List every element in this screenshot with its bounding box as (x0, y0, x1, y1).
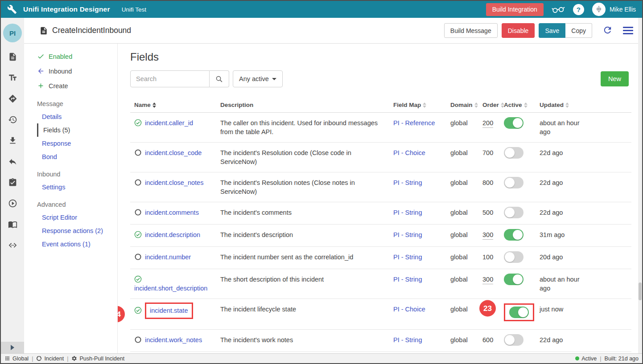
field-map-link[interactable]: PI - String (393, 209, 422, 216)
active-cell: 23 (504, 299, 540, 329)
preview-glasses-icon[interactable] (552, 4, 565, 14)
field-map-link[interactable]: PI - String (393, 254, 422, 261)
active-toggle[interactable] (504, 177, 523, 188)
active-filter-dropdown[interactable]: Any active (233, 70, 283, 87)
help-icon[interactable]: ? (573, 4, 584, 15)
field-name-link[interactable]: incident.comments (145, 209, 199, 216)
build-integration-button[interactable]: Build Integration (486, 3, 544, 16)
field-map-link[interactable]: PI - String (393, 336, 422, 344)
nav-item-settings[interactable]: Settings (37, 180, 117, 194)
field-map-link[interactable]: PI - Choice (393, 149, 425, 156)
order-value[interactable]: 300 (482, 231, 493, 240)
field-map-link[interactable]: PI - Reference (393, 119, 435, 127)
disable-button[interactable]: Disable (502, 23, 535, 38)
field-name-link[interactable]: incident.description (145, 231, 200, 238)
active-toggle[interactable] (504, 147, 523, 159)
text-fields-icon[interactable] (8, 73, 17, 82)
name-cell: incident.comments (130, 202, 220, 223)
check-icon (37, 53, 45, 60)
name-cell: incident.close_code (130, 143, 220, 163)
nav-item-response-actions-2-[interactable]: Response actions (2) (37, 224, 117, 237)
tasks-done-icon[interactable] (8, 178, 17, 187)
order-value[interactable]: 100 (482, 254, 493, 261)
reply-icon[interactable] (8, 157, 17, 166)
updated-cell: 22d ago (540, 172, 592, 193)
save-button[interactable]: Save (539, 23, 565, 38)
nav-item-fields-5-[interactable]: Fields (5) (37, 123, 117, 137)
column-header-active[interactable]: Active (504, 98, 540, 112)
order-value[interactable]: 200 (482, 119, 493, 128)
active-status-label: Active (581, 356, 597, 362)
code-icon[interactable] (8, 241, 17, 250)
order-value[interactable]: 500 (482, 209, 493, 216)
order-value[interactable]: 600 (482, 336, 493, 344)
column-header-updated[interactable]: Updated (540, 98, 592, 112)
new-field-button[interactable]: New (601, 71, 629, 86)
nav-status-enabled[interactable]: Enabled (24, 49, 117, 64)
expand-rail-button[interactable] (1, 342, 24, 353)
active-toggle[interactable] (504, 251, 523, 263)
refresh-icon[interactable] (602, 25, 613, 37)
history-icon[interactable] (8, 115, 17, 124)
nav-status-create[interactable]: Create (24, 78, 117, 93)
nav-item-bond[interactable]: Bond (37, 150, 117, 164)
vertical-scrollbar[interactable] (638, 18, 642, 353)
integration-item[interactable]: Push-Pull Incident (71, 356, 124, 362)
field-map-link[interactable]: PI - String (393, 276, 422, 283)
top-bar: Unifi Integration Designer Unifi Test Bu… (1, 1, 642, 18)
field-map-cell: PI - String (393, 202, 450, 223)
build-message-button[interactable]: Build Message (444, 23, 498, 38)
arrow-left-icon (37, 67, 45, 75)
nav-status-inbound[interactable]: Inbound (24, 64, 117, 78)
field-name-link[interactable]: incident.close_notes (145, 179, 203, 186)
table-row: incident.work_notesThe incident's work n… (130, 330, 631, 352)
active-cell (504, 113, 540, 135)
integration-avatar[interactable]: PI (3, 24, 22, 42)
column-header-domain[interactable]: Domain (450, 98, 482, 112)
field-name-link[interactable]: incident.caller_id (145, 119, 193, 127)
active-toggle[interactable] (504, 117, 523, 129)
search-input[interactable] (130, 70, 210, 87)
hamburger-menu-icon[interactable] (623, 25, 633, 36)
nav-item-details[interactable]: Details (37, 110, 117, 123)
field-name-link[interactable]: incident.number (145, 254, 191, 261)
active-toggle[interactable] (504, 274, 523, 285)
directions-icon[interactable] (8, 94, 17, 103)
copy-button[interactable]: Copy (565, 23, 592, 38)
field-map-link[interactable]: PI - String (393, 179, 422, 186)
search-button[interactable] (210, 70, 229, 87)
download-icon[interactable] (8, 136, 17, 145)
field-map-link[interactable]: PI - String (393, 231, 422, 238)
nav-item-script-editor[interactable]: Script Editor (37, 211, 117, 224)
field-inactive-circle-icon (134, 253, 142, 261)
order-value[interactable]: 800 (482, 179, 493, 186)
order-value[interactable]: 300 (482, 276, 493, 284)
active-cell (504, 247, 540, 269)
order-value[interactable]: 700 (482, 149, 493, 156)
active-toggle[interactable] (504, 229, 523, 241)
field-map-link[interactable]: PI - Choice (393, 306, 425, 313)
app-subtitle[interactable]: Unifi Test (122, 6, 146, 13)
scope-item[interactable]: Global (4, 356, 29, 362)
active-toggle[interactable] (504, 207, 523, 218)
field-active-check-icon (134, 119, 142, 127)
active-toggle[interactable] (504, 334, 523, 346)
nav-item-event-actions-1-[interactable]: Event actions (1) (37, 237, 117, 251)
play-circle-icon[interactable] (8, 199, 17, 208)
active-toggle[interactable] (509, 307, 529, 318)
column-header-name[interactable]: Name (130, 98, 220, 112)
column-header-fieldmap[interactable]: Field Map (393, 98, 450, 112)
nav-item-response[interactable]: Response (37, 137, 117, 150)
column-header-order[interactable]: Order (482, 98, 504, 112)
document-icon[interactable] (8, 52, 17, 61)
field-name-link[interactable]: incident.state (150, 307, 188, 314)
reference-book-icon[interactable] (8, 220, 17, 229)
field-name-link[interactable]: incident.short_description (134, 285, 207, 292)
updated-cell: 22d ago (540, 143, 592, 163)
table-row: incident.descriptionThe incident's descr… (130, 225, 631, 247)
scrollbar-thumb[interactable] (639, 282, 642, 300)
field-name-link[interactable]: incident.work_notes (145, 336, 202, 344)
process-item[interactable]: Incident (36, 356, 64, 362)
field-name-link[interactable]: incident.close_code (145, 149, 202, 156)
user-menu[interactable]: Mike Ellis (592, 3, 636, 16)
